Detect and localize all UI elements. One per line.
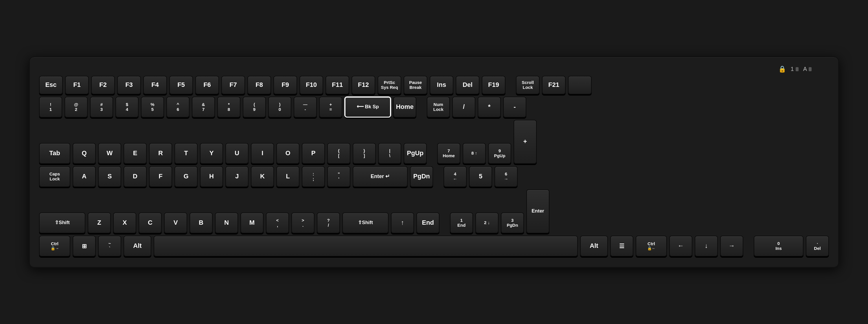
key-num-5[interactable]: 5: [469, 166, 492, 187]
key-excl-1[interactable]: !1: [39, 97, 62, 118]
key-backspace[interactable]: ⟵ Bk Sp: [345, 97, 391, 118]
key-pause[interactable]: PauseBreak: [404, 76, 427, 94]
key-o[interactable]: O: [276, 143, 300, 164]
key-b[interactable]: B: [189, 212, 213, 233]
key-f9[interactable]: F9: [273, 76, 297, 94]
key-r[interactable]: R: [149, 143, 172, 164]
key-num-7-home[interactable]: 7Home: [437, 143, 460, 164]
key-f6[interactable]: F6: [195, 76, 219, 94]
key-num-9-pgup[interactable]: 9PgUp: [488, 143, 511, 164]
key-lparen-9[interactable]: (9: [243, 97, 266, 118]
key-question-slash[interactable]: ?/: [317, 212, 340, 233]
key-t[interactable]: T: [175, 143, 197, 164]
key-f1[interactable]: F1: [65, 76, 89, 94]
key-num-1-end[interactable]: 1End: [450, 212, 473, 233]
key-z[interactable]: Z: [88, 212, 111, 233]
key-num-dot-del[interactable]: ·Del: [806, 236, 829, 257]
key-num-minus[interactable]: -: [503, 97, 526, 118]
key-d[interactable]: D: [124, 166, 147, 187]
key-q[interactable]: Q: [73, 143, 96, 164]
key-f11[interactable]: F11: [326, 76, 349, 94]
key-p[interactable]: P: [302, 143, 325, 164]
key-caps-lock[interactable]: CapsLock: [39, 166, 70, 187]
key-win[interactable]: ⊞: [73, 236, 96, 257]
key-tab[interactable]: Tab: [39, 143, 70, 164]
key-hash-3[interactable]: #3: [90, 97, 113, 118]
key-ins[interactable]: Ins: [430, 76, 454, 94]
key-num-8-up[interactable]: 8 ↑: [463, 143, 486, 164]
key-a[interactable]: A: [73, 166, 96, 187]
key-num-3-pgdn[interactable]: 3PgDn: [501, 212, 524, 233]
key-i[interactable]: I: [251, 143, 274, 164]
key-minus[interactable]: —-: [294, 97, 317, 118]
key-f[interactable]: F: [149, 166, 172, 187]
key-arrow-left[interactable]: ←: [669, 236, 692, 257]
key-ctrl-left[interactable]: Ctrl🔒→: [39, 236, 70, 257]
key-spacebar[interactable]: [154, 236, 578, 257]
key-f8[interactable]: F8: [247, 76, 271, 94]
key-lt-comma[interactable]: <,: [266, 212, 289, 233]
key-num-2-down[interactable]: 2 ↓: [475, 212, 498, 233]
key-arrow-down[interactable]: ↓: [695, 236, 718, 257]
key-k[interactable]: K: [251, 166, 274, 187]
key-shift-right[interactable]: ⇧Shift: [342, 212, 389, 233]
key-x[interactable]: X: [113, 212, 136, 233]
key-num-enter[interactable]: Enter: [526, 189, 550, 233]
key-dollar-4[interactable]: $4: [116, 97, 138, 118]
key-y[interactable]: Y: [200, 143, 223, 164]
key-s[interactable]: S: [98, 166, 121, 187]
key-prtsc[interactable]: PrtScSys Req: [378, 76, 401, 94]
key-f7[interactable]: F7: [221, 76, 245, 94]
key-g[interactable]: G: [175, 166, 197, 187]
key-caret-6[interactable]: ^6: [166, 97, 189, 118]
key-arrow-right[interactable]: →: [720, 236, 743, 257]
key-pgup[interactable]: PgUp: [404, 143, 427, 164]
key-l[interactable]: L: [276, 166, 300, 187]
key-home[interactable]: Home: [393, 97, 416, 118]
key-num-0-ins[interactable]: 0Ins: [754, 236, 804, 257]
key-f5[interactable]: F5: [169, 76, 193, 94]
key-f2[interactable]: F2: [91, 76, 115, 94]
key-pgdn[interactable]: PgDn: [410, 166, 433, 187]
key-f10[interactable]: F10: [300, 76, 323, 94]
key-gt-period[interactable]: >.: [291, 212, 314, 233]
key-colon[interactable]: :;: [302, 166, 325, 187]
key-f21[interactable]: F21: [542, 76, 566, 94]
key-ctrl-right[interactable]: Ctrl🔒←: [636, 236, 667, 257]
key-f4[interactable]: F4: [143, 76, 167, 94]
key-shift-left[interactable]: ⇧Shift: [39, 212, 85, 233]
key-v[interactable]: V: [164, 212, 187, 233]
key-f22[interactable]: [568, 76, 592, 94]
key-alt-left[interactable]: Alt: [124, 236, 151, 257]
key-e[interactable]: E: [124, 143, 147, 164]
key-j[interactable]: J: [225, 166, 249, 187]
key-arrow-up[interactable]: ↑: [391, 212, 414, 233]
key-h[interactable]: H: [200, 166, 223, 187]
key-num-lock[interactable]: NumLock: [427, 97, 450, 118]
key-num-plus[interactable]: +: [514, 120, 537, 164]
key-quote[interactable]: "': [327, 166, 350, 187]
key-m[interactable]: M: [241, 212, 264, 233]
key-enter[interactable]: Enter ↵: [353, 166, 408, 187]
key-f19[interactable]: F19: [482, 76, 505, 94]
key-at-2[interactable]: @2: [64, 97, 88, 118]
key-scroll-lock[interactable]: ScrollLock: [516, 76, 539, 94]
key-esc[interactable]: Esc: [39, 76, 63, 94]
key-f12[interactable]: F12: [351, 76, 375, 94]
key-w[interactable]: W: [98, 143, 121, 164]
key-num-slash[interactable]: /: [452, 97, 475, 118]
key-tilde-backtick[interactable]: ~`: [98, 236, 121, 257]
key-star-8[interactable]: *8: [217, 97, 241, 118]
key-lbrace[interactable]: {[: [327, 143, 350, 164]
key-num-4-left[interactable]: 4←: [443, 166, 467, 187]
key-pct-5[interactable]: %5: [141, 97, 164, 118]
key-f3[interactable]: F3: [117, 76, 141, 94]
key-rparen-0[interactable]: )0: [268, 97, 291, 118]
key-u[interactable]: U: [225, 143, 249, 164]
key-menu[interactable]: ☰: [610, 236, 633, 257]
key-pipe[interactable]: |\: [378, 143, 401, 164]
key-del[interactable]: Del: [456, 76, 479, 94]
key-num-6-right[interactable]: 6→: [494, 166, 518, 187]
key-num-star[interactable]: *: [478, 97, 501, 118]
key-end[interactable]: End: [416, 212, 439, 233]
